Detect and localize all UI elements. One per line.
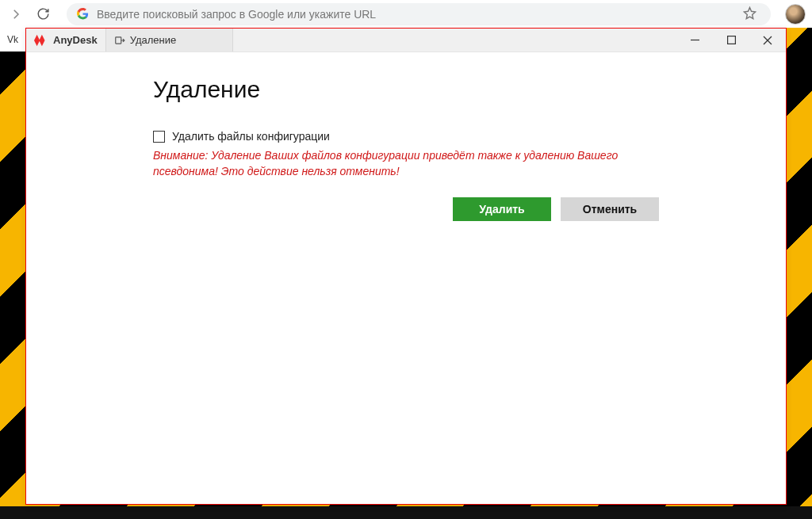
close-button[interactable] <box>749 29 786 52</box>
profile-avatar[interactable] <box>785 4 806 25</box>
minimize-button[interactable] <box>676 29 713 52</box>
window-titlebar[interactable]: AnyDesk Удаление <box>26 29 786 52</box>
app-tab[interactable]: AnyDesk <box>26 29 106 52</box>
dialog-content: Удаление Удалить файлы конфигурации Вним… <box>26 52 786 221</box>
tab-export-icon <box>114 35 125 46</box>
bookmark-item-vk[interactable]: Vk <box>0 28 25 52</box>
svg-rect-1 <box>727 36 735 44</box>
checkbox-label: Удалить файлы конфигурации <box>172 130 330 143</box>
page-title: Удаление <box>153 76 786 103</box>
anydesk-window: AnyDesk Удаление Удаление <box>25 28 787 505</box>
reload-button[interactable] <box>33 5 52 24</box>
checkbox-icon[interactable] <box>153 131 165 143</box>
cancel-button[interactable]: Отменить <box>561 197 659 221</box>
browser-toolbar: Введите поисковый запрос в Google или ук… <box>0 0 812 28</box>
window-controls <box>676 29 786 52</box>
anydesk-logo-icon <box>34 33 48 48</box>
warning-text: Внимание: Удаление Ваших файлов конфигур… <box>153 147 621 180</box>
delete-config-checkbox-row[interactable]: Удалить файлы конфигурации <box>153 130 786 143</box>
maximize-button[interactable] <box>713 29 749 52</box>
tab-title-label: Удаление <box>130 34 177 46</box>
app-name-label: AnyDesk <box>53 34 98 46</box>
address-bar[interactable]: Введите поисковый запрос в Google или ук… <box>67 3 771 25</box>
delete-button[interactable]: Удалить <box>453 197 551 221</box>
tab-uninstall[interactable]: Удаление <box>106 29 233 52</box>
svg-rect-0 <box>115 36 121 43</box>
google-icon <box>76 8 89 21</box>
dialog-button-row: Удалить Отменить <box>453 197 786 221</box>
bookmark-star-icon[interactable] <box>738 6 761 22</box>
omnibox-placeholder: Введите поисковый запрос в Google или ук… <box>97 8 376 21</box>
forward-button[interactable] <box>6 5 25 24</box>
